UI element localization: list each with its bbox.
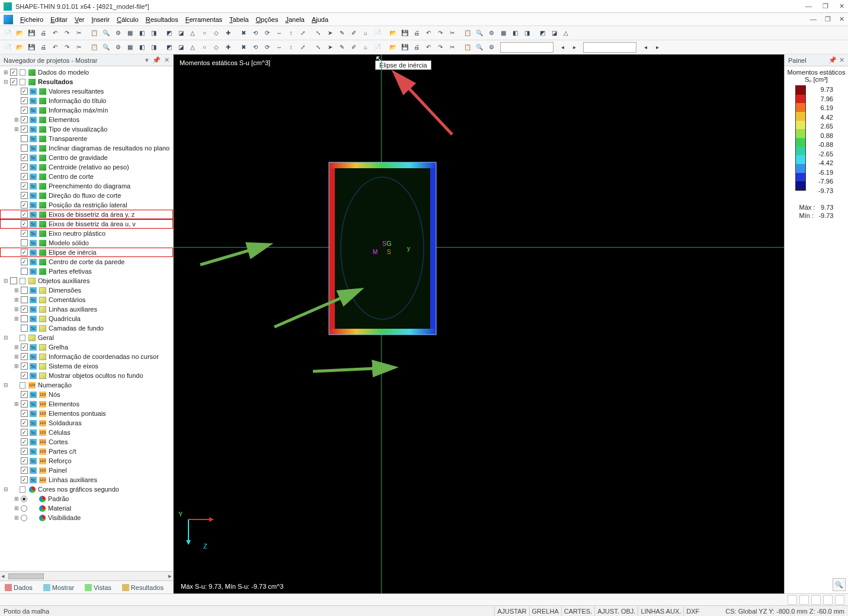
tree-item[interactable]: ✓5cEixo neutro plástico [0, 229, 173, 238]
toolbar-button[interactable]: ↶ [50, 28, 60, 38]
toolbar-button[interactable]: ✖ [238, 28, 249, 38]
nav-tab-resultados[interactable]: Resultados [120, 582, 166, 593]
toolbar-button[interactable]: ⌂ [360, 28, 371, 38]
toolbar-button[interactable]: ↶ [423, 28, 434, 38]
toolbar-button[interactable]: 📄 [2, 42, 13, 53]
tree-item[interactable]: ⊞✓5cDimensões [0, 285, 173, 295]
toolbar-button[interactable]: ◪ [549, 28, 559, 38]
toolbar-button[interactable]: 📋 [89, 42, 100, 53]
nav-tab-dados[interactable]: Dados [2, 582, 35, 593]
toolbar-button[interactable]: ◧ [136, 28, 147, 38]
tree-item[interactable]: ✓5cCentro de gravidade [0, 153, 173, 162]
status-toggle-dxf[interactable]: DXF [683, 607, 702, 616]
expander-icon[interactable]: ⊟ [2, 79, 9, 85]
nav-tab-mostrar[interactable]: Mostrar [41, 582, 76, 593]
checkbox[interactable]: ✓ [21, 97, 28, 104]
view-icon-1[interactable] [788, 595, 797, 605]
minimize-button[interactable]: — [805, 2, 812, 10]
radio-button[interactable] [21, 515, 27, 521]
toolbar-button[interactable]: ✂ [447, 42, 457, 53]
toolbar-button[interactable]: ◪ [175, 28, 186, 38]
checkbox[interactable]: ✓ [21, 391, 28, 398]
tree-item[interactable]: ⊞✓5c123Elementos [0, 399, 173, 409]
toolbar-button[interactable]: ⟲ [250, 42, 261, 53]
tree-item[interactable]: ✓5cPosição da restrição lateral [0, 200, 173, 210]
toolbar-button[interactable]: ▦ [124, 28, 135, 38]
mdi-restore-button[interactable]: ❐ [825, 15, 831, 23]
toolbar-button[interactable]: 📋 [89, 28, 100, 38]
expander-icon[interactable]: ⊟ [2, 486, 9, 492]
checkbox[interactable]: ✓ [21, 239, 28, 246]
mdi-close-button[interactable]: ✕ [839, 15, 844, 23]
menu-ver[interactable]: Ver [71, 15, 88, 24]
toolbar-button[interactable]: ↷ [435, 28, 446, 38]
menu-ferramentas[interactable]: Ferramentas [182, 15, 226, 24]
toolbar-button[interactable]: 🖨 [38, 42, 49, 53]
tree-item[interactable]: ✓5c123Painel [0, 466, 173, 475]
tree-view[interactable]: ⊞✓Dados do modelo⊟✓Resultados✓5cValores … [0, 66, 173, 571]
checkbox[interactable]: ✓ [21, 135, 28, 142]
toolbar-button[interactable]: ◇ [211, 42, 222, 53]
checkbox[interactable]: ✓ [21, 419, 28, 426]
toolbar-button[interactable]: ◧ [510, 28, 520, 38]
menu-ajuda[interactable]: Ajuda [308, 15, 332, 24]
tree-item[interactable]: ✓5c123Elementos pontuais [0, 409, 173, 418]
expander-icon[interactable]: ⊞ [13, 401, 20, 407]
dropdown-icon[interactable]: ▾ [145, 56, 149, 64]
toolbar-button[interactable]: ◇ [211, 28, 222, 38]
tree-item[interactable]: ✓5cInclinar diagramas de resultados no p… [0, 143, 173, 153]
tree-item[interactable]: ✓5cPartes efetivas [0, 267, 173, 276]
expander-icon[interactable]: ⊟ [2, 335, 9, 341]
expander-icon[interactable]: ⊟ [2, 278, 9, 284]
checkbox[interactable]: ✓ [21, 457, 28, 464]
expander-icon[interactable]: ⊞ [13, 117, 20, 123]
toolbar-button[interactable]: ◨ [148, 42, 159, 53]
toolbar-button[interactable]: 📄 [372, 28, 383, 38]
expander-icon[interactable]: ⊞ [13, 297, 20, 303]
tree-item[interactable]: ⊟Geral [0, 333, 173, 342]
tree-item[interactable]: ✓5cTransparente [0, 134, 173, 143]
toolbar-button[interactable]: 📂 [388, 42, 398, 53]
checkbox[interactable]: ✓ [21, 88, 28, 95]
expander-icon[interactable]: ⊟ [2, 382, 9, 388]
checkbox[interactable]: ✓ [21, 438, 28, 445]
nav-prev-button[interactable]: ◂ [640, 42, 651, 53]
toolbar-button[interactable]: ◨ [148, 28, 159, 38]
toolbar-button[interactable]: ✚ [223, 28, 233, 38]
nav-next-button[interactable]: ▸ [569, 42, 580, 53]
tree-item[interactable]: ⊞✓5cSistema de eixos [0, 361, 173, 371]
tree-item[interactable]: ✓5cElipse de inércia [0, 248, 173, 257]
toolbar-button[interactable]: ⟳ [262, 42, 273, 53]
tree-item[interactable]: ⊞Visibilidade [0, 513, 173, 522]
checkbox[interactable]: ✓ [21, 173, 28, 180]
toolbar-button[interactable]: ⌂ [360, 42, 371, 53]
tree-item[interactable]: ⊞✓5cGrelha [0, 342, 173, 352]
tree-item[interactable]: ✓5c123Partes c/t [0, 447, 173, 456]
toolbar-button[interactable]: ✖ [238, 42, 249, 53]
toolbar-button[interactable]: △ [187, 42, 198, 53]
toolbar-button[interactable]: 💾 [26, 28, 37, 38]
menu-opções[interactable]: Opções [252, 15, 282, 24]
tree-item[interactable]: ✓5cInformação máx/mín [0, 105, 173, 115]
view-icon-3[interactable] [811, 595, 821, 605]
toolbar-button[interactable]: ✚ [223, 42, 233, 53]
checkbox[interactable]: ✓ [21, 145, 28, 152]
toolbar-button[interactable]: 💾 [26, 42, 37, 53]
toolbar-button[interactable]: ◧ [136, 42, 147, 53]
checkbox[interactable]: ✓ [21, 287, 28, 294]
tree-item[interactable]: ⊟✓Resultados [0, 77, 173, 86]
toolbar-button[interactable]: ↷ [62, 28, 72, 38]
checkbox[interactable]: ✓ [21, 448, 28, 455]
tree-item[interactable]: ⊞Material [0, 503, 173, 513]
toolbar-button[interactable]: ✎ [337, 28, 347, 38]
toolbar-button[interactable]: 🔍 [474, 42, 485, 53]
h-scrollbar[interactable]: ◂ ▸ [0, 571, 173, 580]
checkbox[interactable]: ✓ [21, 220, 28, 227]
status-toggle-ajustobj[interactable]: AJUST. OBJ. [594, 607, 638, 616]
toolbar-button[interactable]: △ [187, 28, 198, 38]
checkbox[interactable]: ✓ [21, 201, 28, 208]
toolbar-button[interactable]: ✐ [348, 28, 359, 38]
toolbar-button[interactable]: 📄 [2, 28, 13, 38]
checkbox[interactable]: ✓ [21, 410, 28, 417]
toolbar-button[interactable]: ▦ [498, 28, 508, 38]
